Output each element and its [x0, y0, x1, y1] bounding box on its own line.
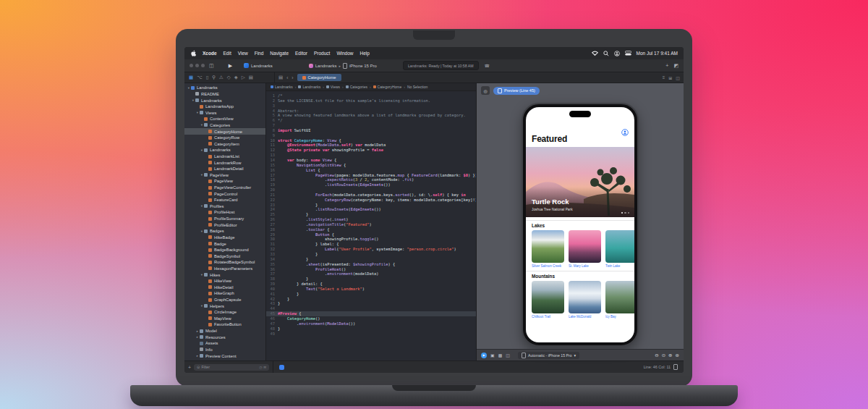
enclose-editor-icon[interactable]: ◫: [676, 75, 680, 80]
code-line-27[interactable]: 27 .navigationTitle("Featured"): [266, 222, 476, 227]
code-line-15[interactable]: 15 NavigationSplitView {: [266, 163, 476, 168]
zoom-actual-button[interactable]: ⊙: [662, 353, 665, 358]
file-tree-row-views[interactable]: ▾Views: [184, 109, 265, 116]
code-line-9[interactable]: 9: [266, 133, 476, 138]
file-tree-row-pagecontrol[interactable]: PageControl: [184, 190, 265, 197]
menu-editor[interactable]: Editor: [295, 51, 307, 56]
file-tree-row-info[interactable]: Info: [184, 347, 265, 353]
menu-product[interactable]: Product: [314, 51, 330, 56]
code-area[interactable]: 1/*2See the LICENSE.txt file for this sa…: [266, 91, 476, 360]
tests-navigator-icon[interactable]: ◇: [227, 75, 231, 80]
code-line-45[interactable]: 45#Preview {: [266, 311, 476, 316]
code-line-36[interactable]: 36 ProfileHost(): [266, 267, 476, 272]
menu-help[interactable]: Help: [360, 51, 370, 56]
code-line-17[interactable]: 17 PageView(pages: modelData.features.ma…: [266, 173, 476, 178]
landmark-link[interactable]: Chilkoot Trail: [532, 315, 564, 319]
landmark-thumbnail[interactable]: [605, 230, 634, 263]
jump-bar-segment-categories[interactable]: Categories: [346, 85, 367, 89]
recent-files-icon[interactable]: ◷: [259, 366, 262, 369]
apple-menu[interactable]: [190, 50, 196, 56]
file-tree-row-categoryhome[interactable]: CategoryHome: [184, 128, 265, 135]
back-button[interactable]: ‹: [286, 75, 288, 80]
file-tree-row-landmarkdetail[interactable]: LandmarkDetail: [184, 166, 265, 172]
file-tree-row-landmarks[interactable]: ▾Landmarks: [184, 85, 265, 91]
code-line-14[interactable]: 14 var body: some View {: [266, 158, 476, 163]
file-tree-row-badge[interactable]: Badge: [184, 240, 265, 247]
file-tree-row-featurecard[interactable]: FeatureCard: [184, 197, 265, 203]
tab-categoryhome[interactable]: CategoryHome: [297, 74, 341, 81]
source-control-navigator-icon[interactable]: ⌥: [197, 75, 203, 80]
code-line-38[interactable]: 38 }: [266, 277, 476, 282]
preview-pill[interactable]: Preview (Line 45): [493, 87, 540, 95]
code-line-48[interactable]: 48}: [266, 326, 476, 332]
landmark-item-icy-bay[interactable]: Icy Bay: [605, 281, 634, 319]
file-tree-row-profilesummary[interactable]: ProfileSummary: [184, 216, 265, 222]
code-line-3[interactable]: 3: [266, 104, 476, 109]
file-tree-row-assets[interactable]: Assets: [184, 340, 265, 347]
file-tree-row-graphcapsule[interactable]: GraphCapsule: [184, 297, 265, 303]
jump-bar-segment-landmarks[interactable]: Landmarks: [271, 85, 293, 89]
code-line-2[interactable]: 2See the LICENSE.txt file for this sampl…: [266, 98, 476, 104]
file-tree-row-helpers[interactable]: ▾Helpers: [184, 303, 265, 309]
menu-find[interactable]: Find: [255, 51, 264, 56]
landmark-thumbnail[interactable]: [569, 281, 601, 313]
code-line-31[interactable]: 31 } label: {: [266, 242, 476, 247]
landmark-item-chilkoot-trail[interactable]: Chilkoot Trail: [532, 281, 564, 319]
file-tree-row-pageviewcontroller[interactable]: PageViewController: [184, 185, 265, 191]
user-icon[interactable]: [614, 51, 620, 56]
menu-window[interactable]: Window: [336, 51, 353, 56]
debug-navigator-icon[interactable]: ◈: [234, 75, 238, 80]
file-tree-row-pageview[interactable]: PageView: [184, 178, 265, 185]
landmark-thumbnail[interactable]: [605, 281, 634, 313]
code-line-25[interactable]: 25 }: [266, 212, 476, 217]
editor-options-icon[interactable]: ≡: [663, 75, 665, 80]
landmark-item-twin-lake[interactable]: Twin Lake: [605, 230, 634, 268]
file-tree-row-contentview[interactable]: ContentView: [184, 116, 265, 122]
control-center-icon[interactable]: [625, 51, 631, 56]
jump-bar-segment-categoryhome[interactable]: CategoryHome: [373, 85, 402, 89]
find-navigator-icon[interactable]: ⚲: [212, 75, 216, 80]
landmark-item-lake-mcdonald[interactable]: Lake McDonald: [569, 281, 601, 319]
library-icon[interactable]: ◩: [673, 63, 678, 69]
traffic-lights[interactable]: [190, 64, 205, 67]
file-tree-row-profileeditor[interactable]: ProfileEditor: [184, 222, 265, 228]
code-line-22[interactable]: 22 CategoryRow(categoryName: key, items:…: [266, 198, 476, 203]
breakpoints-toggle[interactable]: [279, 365, 284, 370]
landmark-link[interactable]: Twin Lake: [605, 264, 634, 268]
jump-bar[interactable]: Landmarks›Landmarks›Views›Categories›Cat…: [266, 83, 476, 91]
code-line-37[interactable]: 37 .environment(modelData): [266, 271, 476, 277]
code-line-5[interactable]: 5A view showing featured landmarks above…: [266, 113, 476, 118]
code-line-43[interactable]: 43}: [266, 301, 476, 306]
source-control-filter-icon[interactable]: ⊟: [263, 366, 266, 369]
file-tree-row-profilehost[interactable]: ProfileHost: [184, 209, 265, 216]
code-line-8[interactable]: 8import SwiftUI: [266, 128, 476, 133]
code-line-46[interactable]: 46 CategoryHome(): [266, 316, 476, 321]
code-line-29[interactable]: 29 Button {: [266, 232, 476, 237]
file-tree-row-landmarksapp[interactable]: LandmarksApp: [184, 104, 265, 110]
file-tree-row-categoryrow[interactable]: CategoryRow: [184, 135, 265, 141]
add-file-button[interactable]: +: [188, 365, 191, 370]
project-navigator-icon[interactable]: ▦: [189, 75, 193, 80]
file-tree-row-landmarklist[interactable]: LandmarkList: [184, 153, 265, 160]
code-line-28[interactable]: 28 .toolbar {: [266, 227, 476, 232]
code-line-20[interactable]: 20: [266, 187, 476, 193]
live-preview-button[interactable]: ▶: [481, 353, 487, 358]
file-tree-row-mapview[interactable]: MapView: [184, 316, 265, 322]
menu-edit[interactable]: Edit: [224, 51, 231, 56]
code-line-24[interactable]: 24 .listRowInsets(EdgeInsets()): [266, 207, 476, 212]
landmark-thumbnail[interactable]: [532, 281, 564, 313]
pin-preview-icon[interactable]: ◎: [481, 86, 490, 95]
selectable-mode-button[interactable]: ▣: [490, 353, 495, 358]
code-line-32[interactable]: 32 Label("User Profile", systemImage: "p…: [266, 247, 476, 252]
code-line-34[interactable]: 34 }: [266, 257, 476, 262]
page-dots[interactable]: [621, 212, 630, 214]
file-tree-row-hikes[interactable]: ▾Hikes: [184, 271, 265, 278]
landmark-link[interactable]: Silver Salmon Creek: [532, 264, 564, 268]
code-line-21[interactable]: 21 ForEach(modelData.categories.keys.sor…: [266, 193, 476, 198]
add-button[interactable]: +: [665, 63, 668, 68]
file-tree-row-landmarks[interactable]: ▾Landmarks: [184, 147, 265, 153]
code-line-1[interactable]: 1/*: [266, 93, 476, 98]
bell-icon[interactable]: ☎: [485, 63, 490, 68]
code-line-13[interactable]: 13: [266, 153, 476, 158]
zoom-in-button[interactable]: ⊕: [668, 353, 672, 358]
